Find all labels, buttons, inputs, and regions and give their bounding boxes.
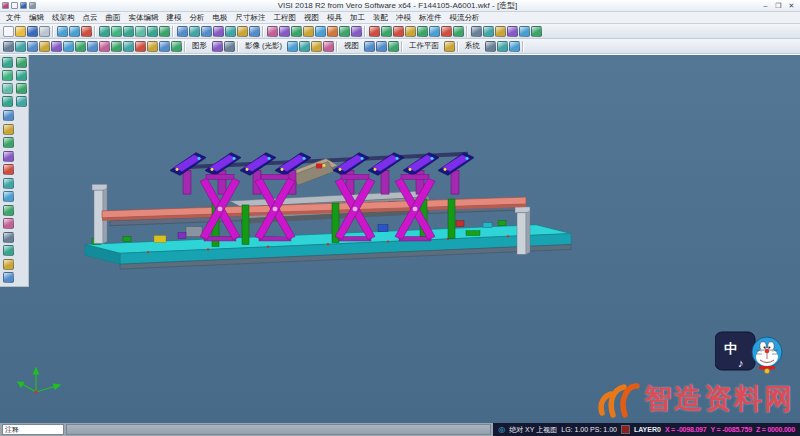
menu-item-13[interactable]: 加工 <box>346 13 369 23</box>
print-icon[interactable] <box>39 26 50 37</box>
cad-model[interactable] <box>85 152 571 269</box>
select-color-icon[interactable] <box>135 26 146 37</box>
guide-post-right[interactable] <box>515 207 530 254</box>
zoom-in-icon[interactable] <box>201 26 212 37</box>
section-icon[interactable] <box>135 41 146 52</box>
menu-item-16[interactable]: 标准件 <box>415 13 446 23</box>
menu-item-0[interactable]: 文件 <box>2 13 25 23</box>
layers-icon[interactable] <box>495 26 506 37</box>
viewport-3d[interactable]: 中 ♪ <box>0 55 800 423</box>
delete-icon[interactable] <box>81 26 92 37</box>
hole-tool-icon[interactable] <box>3 245 14 256</box>
invert-selection-icon[interactable] <box>159 26 170 37</box>
workplane-icon[interactable] <box>39 41 50 52</box>
workplane-set-icon[interactable] <box>444 41 455 52</box>
view-top-icon[interactable] <box>249 26 260 37</box>
zoom-fit-icon[interactable] <box>177 26 188 37</box>
undo-quick-icon[interactable] <box>29 2 36 9</box>
sketch-spline-icon[interactable] <box>16 83 27 94</box>
new-file-icon[interactable] <box>3 26 14 37</box>
chamfer-icon[interactable] <box>405 26 416 37</box>
sketch-arc-icon[interactable] <box>2 70 13 81</box>
fillet-tool-icon[interactable] <box>3 232 14 243</box>
menu-item-9[interactable]: 尺寸标注 <box>232 13 270 23</box>
light-icon[interactable] <box>147 41 158 52</box>
ortho-icon[interactable] <box>27 41 38 52</box>
sketch-line-icon[interactable] <box>16 57 27 68</box>
sketch-rect-icon[interactable] <box>2 83 13 94</box>
select-tool-icon[interactable] <box>99 26 110 37</box>
solid-icon[interactable] <box>303 26 314 37</box>
mirror-icon[interactable] <box>441 26 452 37</box>
create-block-icon[interactable] <box>3 124 14 135</box>
info-icon[interactable] <box>509 41 520 52</box>
grid-icon[interactable] <box>3 41 14 52</box>
menu-item-5[interactable]: 实体编辑 <box>125 13 163 23</box>
menu-item-4[interactable]: 曲面 <box>102 13 125 23</box>
rotate-view-icon[interactable] <box>225 26 236 37</box>
panel-label-graphics[interactable]: 图形 <box>188 41 211 51</box>
select-all-icon[interactable] <box>147 26 158 37</box>
shading-mode-icon[interactable] <box>287 41 298 52</box>
shaded-icon[interactable] <box>279 26 290 37</box>
measure-icon[interactable] <box>471 26 482 37</box>
menu-item-1[interactable]: 编辑 <box>25 13 48 23</box>
undo-icon[interactable] <box>57 26 68 37</box>
menu-item-10[interactable]: 工程图 <box>270 13 301 23</box>
scale-icon[interactable] <box>453 26 464 37</box>
base-plate[interactable] <box>85 225 571 269</box>
shell-tool-icon[interactable] <box>3 272 14 283</box>
dynamic-rotate-icon[interactable] <box>63 41 74 52</box>
snap-mode-icon[interactable]: ◎ <box>498 425 505 434</box>
revolve-icon[interactable] <box>339 26 350 37</box>
view-mode-label[interactable]: 绝对 XY 上视图 <box>509 425 557 435</box>
menu-item-17[interactable]: 模流分析 <box>446 13 484 23</box>
cad-model-canvas[interactable] <box>0 55 800 423</box>
visi-logo-icon[interactable] <box>2 2 9 9</box>
pattern-icon[interactable] <box>429 26 440 37</box>
maximize-button[interactable]: ❐ <box>772 1 785 10</box>
sweep-icon[interactable] <box>351 26 362 37</box>
shell-icon[interactable] <box>417 26 428 37</box>
minimize-button[interactable]: – <box>759 1 772 10</box>
menu-item-7[interactable]: 分析 <box>186 13 209 23</box>
draft-tool-icon[interactable] <box>3 259 14 270</box>
new-file-quick-icon[interactable] <box>11 2 18 9</box>
layer-label[interactable]: LAYER0 <box>634 426 661 433</box>
sketch-circle-icon[interactable] <box>16 70 27 81</box>
extrude-tool-icon[interactable] <box>3 178 14 189</box>
menu-item-14[interactable]: 装配 <box>369 13 392 23</box>
wireframe-view-icon[interactable] <box>224 41 235 52</box>
revolve-tool-icon[interactable] <box>3 191 14 202</box>
texture-icon[interactable] <box>323 41 334 52</box>
analyze-icon[interactable] <box>483 26 494 37</box>
create-cylinder-icon[interactable] <box>3 137 14 148</box>
snap-grid-icon[interactable] <box>15 41 26 52</box>
close-button[interactable]: ✕ <box>785 1 798 10</box>
redo-icon[interactable] <box>69 26 80 37</box>
properties-icon[interactable] <box>507 26 518 37</box>
settings-icon[interactable] <box>485 41 496 52</box>
view-iso-icon[interactable] <box>237 26 248 37</box>
pan-icon[interactable] <box>213 26 224 37</box>
open-folder-icon[interactable] <box>15 26 26 37</box>
menu-item-8[interactable]: 电极 <box>209 13 232 23</box>
zoom-extent-icon[interactable] <box>87 41 98 52</box>
sweep-tool-icon[interactable] <box>3 205 14 216</box>
panel-label-workplane[interactable]: 工作平面 <box>405 41 443 51</box>
fillet-icon[interactable] <box>393 26 404 37</box>
view-front-icon[interactable] <box>364 41 375 52</box>
clip-plane-icon[interactable] <box>123 41 134 52</box>
zoom-window-icon[interactable] <box>189 26 200 37</box>
surface-icon[interactable] <box>291 26 302 37</box>
refresh-icon[interactable] <box>171 41 182 52</box>
view-iso2-icon[interactable] <box>388 41 399 52</box>
create-plane-icon[interactable] <box>3 110 14 121</box>
hide-icon[interactable] <box>99 41 110 52</box>
help-icon[interactable] <box>531 26 542 37</box>
create-sphere-icon[interactable] <box>3 151 14 162</box>
panel-label-shading[interactable]: 影像 (光影) <box>241 41 286 51</box>
boolean-tool-icon[interactable] <box>3 218 14 229</box>
panel-label-views[interactable]: 视图 <box>340 41 363 51</box>
menu-item-6[interactable]: 建模 <box>163 13 186 23</box>
